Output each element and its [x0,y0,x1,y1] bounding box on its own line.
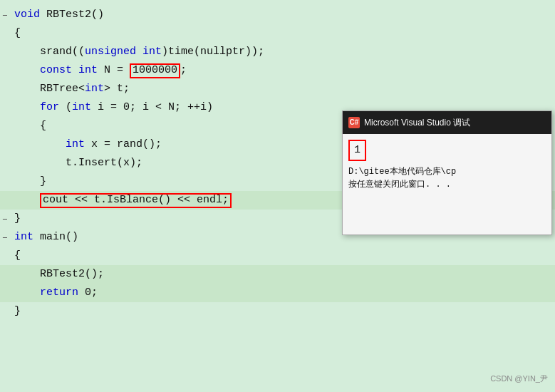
type-int-4: int [78,64,98,76]
code-line-14: { [0,247,555,265]
type-int-5: int [85,83,104,95]
kw-for: for [40,101,66,113]
line-content-1: void RBTest2() [10,6,104,24]
code-line-15: RBTest2(); [0,265,555,284]
line-content-14: { [10,247,21,265]
line-content-4: const int N = 1000000; [10,61,187,80]
type-int-6: int [72,101,91,113]
line-content-15: RBTest2(); [10,265,104,284]
kw-void: void [14,9,46,21]
line-content-17: } [10,302,21,321]
console-panel: C# Microsoft Visual Studio 调试 1 D:\gitee… [342,110,552,235]
line-content-2: { [10,24,21,43]
line-content-11: cout << t.IsBlance() << endl; [10,191,232,210]
watermark: CSDN @YIN_尹 [490,369,548,388]
kw-return: return [40,287,85,299]
line-content-6: for (int i = 0; i < N; ++i) [10,98,213,117]
kw-const: const [40,64,78,76]
console-title: Microsoft Visual Studio 调试 [364,113,470,132]
vs-icon: C# [348,117,360,128]
code-line-5: RBTree<int> t; [0,80,555,98]
code-line-3: srand((unsigned int)time(nullptr)); [0,43,555,61]
line-content-13: int main() [10,228,78,247]
fold-icon-1[interactable]: – [0,6,10,24]
console-titlebar: C# Microsoft Visual Studio 调试 [343,111,551,134]
cout-line-highlight: cout << t.IsBlance() << endl; [40,193,232,208]
line-content-12: } [10,210,21,228]
line-content-8: int x = rand(); [10,135,162,154]
console-output-value: 1 [348,140,366,161]
fold-icon-13[interactable]: – [0,228,10,247]
type-int-main: int [14,231,33,243]
code-line-16: return 0; [0,284,555,302]
code-line-1: – void RBTest2() [0,6,555,24]
line-content-5: RBTree<int> t; [10,80,130,98]
code-editor: – void RBTest2() { srand((unsigned int)t… [0,0,555,392]
console-path-2: 按任意键关闭此窗口. . . [348,178,546,191]
line-content-9: t.Insert(x); [10,154,142,172]
code-line-17: } [0,302,555,321]
type-unsigned-int: unsigned int [85,46,162,58]
line-content-7: { [10,117,46,135]
line-content-3: srand((unsigned int)time(nullptr)); [10,43,264,61]
fold-icon-12[interactable]: – [0,210,10,228]
fn-name: RBTest2() [46,9,104,21]
console-body: 1 D:\gitee本地代码仓库\cp 按任意键关闭此窗口. . . [343,134,551,197]
type-int-8: int [66,138,85,150]
code-line-2: { [0,24,555,43]
console-path-1: D:\gitee本地代码仓库\cp [348,165,546,178]
code-line-4: const int N = 1000000; [0,61,555,80]
line-content-16: return 0; [10,284,98,302]
line-content-10: } [10,172,46,191]
value-n-highlight: 1000000 [130,63,180,78]
